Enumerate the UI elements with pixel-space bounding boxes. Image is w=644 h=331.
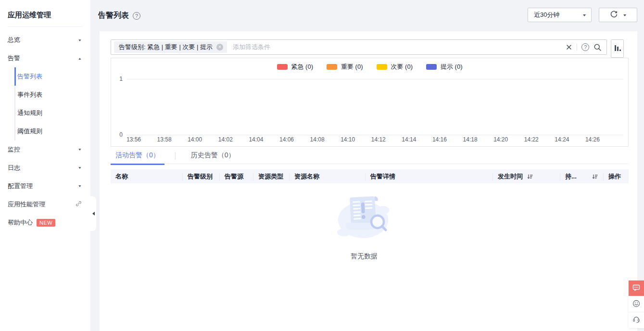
legend-label: 次要 (0) (391, 63, 413, 71)
sidebar-item-notify-rules[interactable]: 通知规则 (0, 104, 90, 122)
table-header: 名称 告警级别 告警源 资源类型 资源名称 告警详情 发生时间 (111, 169, 629, 183)
help-icon[interactable]: ? (133, 12, 140, 20)
sidebar-collapse-handle[interactable] (90, 196, 96, 231)
sidebar-item-alarm[interactable]: 告警 ▲ (0, 49, 90, 67)
sidebar-item-monitor[interactable]: 监控 ▼ (0, 140, 90, 159)
alarm-submenu: 告警列表 事件列表 通知规则 阈值规则 (0, 67, 90, 140)
smiley-button[interactable] (629, 296, 644, 312)
new-badge: NEW (37, 219, 55, 227)
legend-item-minor[interactable]: 次要 (0) (377, 63, 413, 71)
filter-input[interactable]: 告警级别: 紧急 | 重要 | 次要 | 提示 × 添加筛选条件 ? (111, 39, 607, 55)
sidebar-item-apm[interactable]: 应用性能管理 (0, 195, 90, 214)
chevron-down-icon: ▼ (78, 38, 82, 41)
filter-help-button[interactable]: ? (581, 43, 589, 51)
collapse-arrow-icon (92, 212, 95, 216)
col-alarm-level[interactable]: 告警级别 (183, 173, 220, 180)
legend-item-critical[interactable]: 紧急 (0) (277, 63, 314, 71)
x-axis-tick: 14:14 (402, 136, 416, 143)
sidebar: 应用运维管理 总览 ▼ 告警 ▲ 告警列表 事件列表 通知规则 阈值规则 监控 (0, 0, 90, 331)
chevron-down-icon: ▼ (622, 13, 627, 17)
sidebar-item-label: 通知规则 (17, 109, 42, 117)
refresh-button[interactable]: ▼ (599, 8, 637, 22)
external-link-icon (76, 201, 82, 208)
legend-swatch-critical (277, 64, 288, 70)
sidebar-item-config[interactable]: 配置管理 ▼ (0, 177, 90, 195)
time-range-select[interactable]: 近30分钟 ▼ (528, 8, 592, 22)
legend-label: 重要 (0) (341, 63, 363, 71)
filter-placeholder: 添加筛选条件 (233, 43, 566, 51)
col-alarm-detail[interactable]: 告警详情 (366, 173, 493, 180)
headset-icon (632, 315, 641, 325)
x-axis-tick: 14:08 (310, 136, 325, 143)
x-axis-tick: 14:18 (463, 136, 478, 143)
chip-remove-icon[interactable]: × (216, 44, 223, 51)
x-axis-tick: 14:24 (555, 136, 569, 143)
sidebar-item-event-list[interactable]: 事件列表 (0, 86, 90, 104)
bar-chart-icon (614, 45, 621, 53)
page-title: 告警列表 (98, 11, 129, 21)
x-axis-tick: 13:56 (126, 136, 141, 143)
gridline (126, 79, 623, 79)
x-axis-line (126, 135, 623, 135)
x-axis-tick: 14:12 (371, 136, 386, 143)
tab-history-alarms[interactable]: 历史告警（0） (186, 151, 240, 164)
feedback-button[interactable] (629, 280, 644, 296)
alarm-trend-chart: 紧急 (0) 重要 (0) 次要 (0) 提示 (0) 1 0 13:56 13… (111, 58, 629, 147)
sidebar-item-logs[interactable]: 日志 ▼ (0, 159, 90, 177)
content-panel: 告警级别: 紧急 | 重要 | 次要 | 提示 × 添加筛选条件 ? (100, 31, 637, 331)
sort-icon[interactable] (527, 173, 533, 180)
col-duration[interactable]: 持... (560, 173, 604, 180)
col-occur-time[interactable]: 发生时间 (493, 173, 560, 180)
x-axis-tick: 14:20 (493, 136, 508, 143)
filter-chip-alarm-level[interactable]: 告警级别: 紧急 | 重要 | 次要 | 提示 × (114, 41, 227, 53)
sidebar-item-label: 帮助中心 (8, 218, 33, 227)
sidebar-divider (8, 26, 83, 27)
sidebar-item-label: 监控 (8, 145, 20, 154)
sidebar-item-label: 配置管理 (8, 182, 33, 191)
col-name[interactable]: 名称 (111, 173, 183, 180)
sidebar-item-label: 阈值规则 (17, 127, 42, 136)
sidebar-item-label: 事件列表 (17, 90, 42, 99)
col-alarm-source[interactable]: 告警源 (220, 173, 253, 180)
sidebar-item-threshold-rules[interactable]: 阈值规则 (0, 122, 90, 140)
x-axis-tick: 14:04 (249, 136, 263, 143)
no-data-illustration (333, 190, 395, 244)
divider (175, 152, 176, 160)
app-title: 应用运维管理 (0, 0, 90, 26)
x-axis-tick: 14:16 (432, 136, 447, 143)
x-axis-tick: 14:02 (218, 136, 233, 143)
x-axis-tick: 14:26 (585, 136, 600, 143)
legend-item-major[interactable]: 重要 (0) (327, 63, 363, 71)
smiley-icon (632, 299, 641, 309)
col-operation[interactable]: 操作 (604, 173, 629, 180)
sidebar-item-label: 告警列表 (17, 72, 42, 81)
filter-chip-label: 告警级别: 紧急 | 重要 | 次要 | 提示 (119, 43, 213, 51)
legend-item-info[interactable]: 提示 (0) (426, 63, 463, 71)
x-axis-tick: 14:10 (341, 136, 355, 143)
search-button[interactable] (593, 43, 602, 51)
floating-toolbar (629, 280, 644, 328)
chevron-down-icon: ▼ (78, 184, 82, 188)
sidebar-item-overview[interactable]: 总览 ▼ (0, 31, 90, 49)
col-resource-type[interactable]: 资源类型 (253, 173, 290, 180)
divider (577, 44, 577, 51)
chevron-down-icon: ▼ (582, 13, 587, 17)
clear-filter-button[interactable] (566, 44, 572, 51)
sidebar-item-help[interactable]: 帮助中心 NEW (0, 214, 90, 232)
col-resource-name[interactable]: 资源名称 (290, 173, 366, 180)
help-icon: ? (581, 43, 589, 51)
empty-text: 暂无数据 (100, 252, 629, 261)
refresh-icon (610, 10, 618, 20)
tab-active-alarms[interactable]: 活动告警（0） (111, 151, 164, 165)
time-range-value: 近30分钟 (534, 11, 559, 19)
sidebar-item-alarm-list[interactable]: 告警列表 (0, 67, 90, 86)
page-header: 告警列表 ? 近30分钟 ▼ ▼ (98, 0, 644, 31)
support-button[interactable] (629, 312, 644, 328)
x-axis-tick: 13:58 (157, 136, 172, 143)
chevron-down-icon: ▼ (78, 166, 82, 169)
legend-swatch-info (426, 64, 437, 70)
legend-label: 提示 (0) (441, 63, 463, 71)
chart-toggle-button[interactable] (611, 39, 624, 58)
sort-icon[interactable] (592, 173, 598, 180)
legend-swatch-minor (377, 64, 387, 70)
